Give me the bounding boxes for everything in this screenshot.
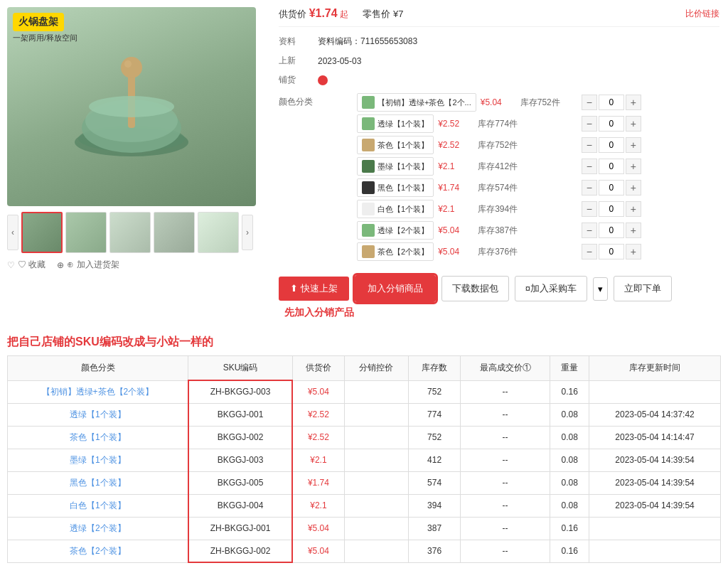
qty-input-6[interactable] [599,223,624,238]
table-cell-r7-c2: ¥5.04 [292,540,344,562]
table-cell-r0-c0[interactable]: 【初销】透绿+茶色【2个装】 [8,380,188,403]
sku-row: 资料 资料编码：711655653083 [279,36,719,48]
product-images-section: 火锅盘架 一架两用/释放空间 ‹ › ♡ ♡ 收藏 ⊕ ⊕ 加入进货架 [7,7,270,319]
variant-stock-4: 库存574件 [478,182,535,194]
table-cell-r3-c0[interactable]: 墨绿【1个装】 [8,449,188,471]
qty-input-4[interactable] [599,180,624,195]
qty-plus-6[interactable]: + [626,223,641,238]
table-cell-r2-c0[interactable]: 茶色【1个装】 [8,426,188,449]
table-cell-r2-c7: 2023-05-04 14:14:47 [589,426,721,449]
add-distribute-button[interactable]: 加入分销商品 [355,275,436,302]
supply-price-label: 供货价 [279,9,306,19]
thumb-prev-arrow[interactable]: ‹ [7,215,18,250]
hint-text: 先加入分销产品 [284,306,354,318]
table-cell-r7-c7 [589,540,721,562]
supply-price: 供货价 ¥1.74 起 [279,7,348,21]
qty-input-5[interactable] [599,201,624,217]
table-cell-r6-c7 [589,517,721,540]
qty-minus-5[interactable]: − [582,201,597,217]
compare-link[interactable]: 比价链接 [685,8,719,20]
qty-minus-2[interactable]: − [582,137,597,153]
table-cell-r6-c6: 0.16 [550,517,589,540]
table-cell-r6-c3 [344,517,409,540]
variant-tag-6[interactable]: 透绿【2个装】 [357,221,434,240]
store-row: 铺货 [279,74,719,86]
instant-order-button[interactable]: 立即下单 [614,276,672,301]
quick-upload-button[interactable]: ⬆ 快速上架 [279,277,349,301]
table-cell-r1-c0[interactable]: 透绿【1个装】 [8,403,188,426]
qty-plus-4[interactable]: + [626,180,641,195]
qty-plus-5[interactable]: + [626,201,641,217]
qty-input-7[interactable] [599,244,624,259]
retail-price-label: 零售价 [363,9,390,19]
thumbnail-1[interactable] [21,212,63,253]
table-header-3: 分销控价 [344,356,409,381]
variant-tag-4[interactable]: 黑色【1个装】 [357,178,434,197]
thumb-next-arrow[interactable]: › [242,215,253,250]
table-cell-r6-c0[interactable]: 透绿【2个装】 [8,517,188,540]
variant-name-3: 墨绿【1个装】 [378,161,429,172]
variant-tag-1[interactable]: 透绿【1个装】 [357,114,434,133]
table-cell-r5-c6: 0.08 [550,494,589,517]
variant-tag-3[interactable]: 墨绿【1个装】 [357,157,434,176]
table-cell-r3-c7: 2023-05-04 14:39:54 [589,449,721,471]
table-row: 透绿【2个装】ZH-BKGGJ-001¥5.04387--0.16 [8,517,721,540]
heart-icon: ♡ [7,260,15,270]
variant-price-3: ¥2.1 [438,161,473,171]
variant-tag-7[interactable]: 茶色【2个装】 [357,242,434,261]
download-data-button[interactable]: 下载数据包 [441,276,509,301]
color-section: 颜色分类 【初销】透绿+茶色【2个...¥5.04库存752件−+透绿【1个装】… [279,93,719,264]
add-cart-button[interactable]: ¤加入采购车 [515,276,587,301]
qty-plus-0[interactable]: + [626,95,641,110]
variant-price-5: ¥2.1 [438,204,473,214]
new-label: 上新 [279,55,318,67]
add-to-shelf-button[interactable]: ⊕ ⊕ 加入进货架 [57,259,119,271]
qty-minus-6[interactable]: − [582,223,597,238]
qty-minus-1[interactable]: − [582,116,597,132]
variant-color-swatch-3 [362,160,375,173]
table-cell-r1-c2: ¥2.52 [292,403,344,426]
variant-color-swatch-4 [362,181,375,194]
qty-input-1[interactable] [599,116,624,132]
table-cell-r7-c3 [344,540,409,562]
table-cell-r2-c2: ¥2.52 [292,426,344,449]
cart-dropdown-button[interactable]: ▾ [593,277,608,301]
qty-control-4: −+ [582,180,641,195]
table-cell-r5-c1: BKGGJ-004 [188,494,293,517]
table-cell-r1-c7: 2023-05-04 14:37:42 [589,403,721,426]
thumbnail-4[interactable] [154,212,195,253]
table-cell-r5-c5: -- [460,494,550,517]
qty-plus-1[interactable]: + [626,116,641,132]
qty-input-0[interactable] [599,95,624,110]
qty-plus-2[interactable]: + [626,137,641,153]
qty-input-2[interactable] [599,137,624,153]
qty-minus-0[interactable]: − [582,95,597,110]
thumbnail-2[interactable] [65,212,107,253]
qty-plus-3[interactable]: + [626,159,641,174]
table-cell-r5-c0[interactable]: 白色【1个装】 [8,494,188,517]
variant-stock-7: 库存376件 [478,246,535,258]
table-row: 墨绿【1个装】BKGGJ-003¥2.1412--0.082023-05-04 … [8,449,721,471]
qty-plus-7[interactable]: + [626,244,641,259]
retail-price: 零售价 ¥7 [363,8,403,21]
variant-tag-5[interactable]: 白色【1个装】 [357,200,434,218]
favorites-button[interactable]: ♡ ♡ 收藏 [7,259,46,271]
thumbnail-3[interactable] [109,212,151,253]
variant-price-4: ¥1.74 [438,183,473,193]
qty-input-3[interactable] [599,159,624,174]
table-cell-r5-c2: ¥2.1 [292,494,344,517]
variant-row-0: 【初销】透绿+茶色【2个...¥5.04库存752件−+ [357,93,641,112]
variant-color-swatch-7 [362,245,375,258]
thumbnail-row: ‹ › [7,212,270,253]
table-cell-r4-c0[interactable]: 黑色【1个装】 [8,471,188,494]
qty-minus-7[interactable]: − [582,244,597,259]
table-cell-r3-c6: 0.08 [550,449,589,471]
qty-minus-3[interactable]: − [582,159,597,174]
table-cell-r1-c1: BKGGJ-001 [188,403,293,426]
qty-minus-4[interactable]: − [582,180,597,195]
variant-tag-0[interactable]: 【初销】透绿+茶色【2个... [357,93,476,112]
variant-name-7: 茶色【2个装】 [378,247,429,257]
table-cell-r7-c0[interactable]: 茶色【2个装】 [8,540,188,562]
thumbnail-5[interactable] [198,212,239,253]
variant-tag-2[interactable]: 茶色【1个装】 [357,136,434,154]
